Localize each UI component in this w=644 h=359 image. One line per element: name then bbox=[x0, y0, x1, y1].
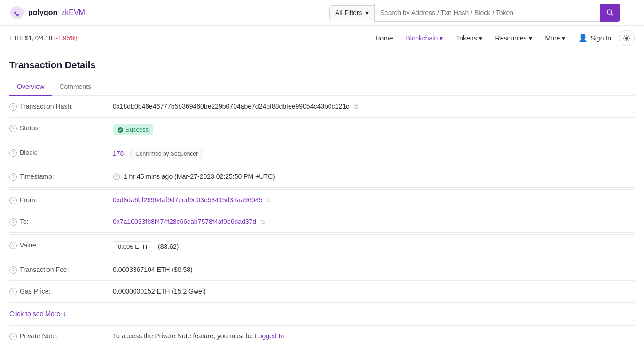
nav-more[interactable]: More ▾ bbox=[540, 31, 571, 46]
block-value: 178 Confirmed by Sequencer bbox=[113, 142, 635, 166]
svg-line-11 bbox=[624, 40, 625, 40]
help-icon[interactable]: ? bbox=[9, 242, 17, 249]
help-icon[interactable]: ? bbox=[9, 266, 17, 274]
nav-blockchain[interactable]: Blockchain ▾ bbox=[401, 31, 449, 46]
search-icon bbox=[606, 9, 614, 16]
transaction-hash-row: ? Transaction Hash: 0x18db0b46e46777b5b3… bbox=[9, 96, 635, 118]
search-input[interactable] bbox=[374, 4, 600, 22]
status-value: Success bbox=[113, 118, 635, 142]
eth-price: ETH: $1,724.18 (-1.95%) bbox=[9, 34, 78, 41]
to-value: 0x7a10033fb8f474f28c66cab7578f4af9e6dad3… bbox=[113, 211, 635, 232]
status-badge: Success bbox=[113, 124, 153, 135]
page-content: Transaction Details Overview Comments ? … bbox=[0, 50, 644, 357]
tabs: Overview Comments bbox=[9, 78, 635, 96]
logged-in-link[interactable]: Logged In bbox=[255, 332, 284, 340]
gas-value: 0.0000000152 ETH (15.2 Gwei) bbox=[113, 281, 635, 302]
logo[interactable]: polygon zkEVM bbox=[9, 5, 85, 20]
svg-line-9 bbox=[628, 40, 629, 40]
to-address-link[interactable]: 0x7a10033fb8f474f28c66cab7578f4af9e6dad3… bbox=[113, 218, 258, 225]
chevron-down-icon: ▾ bbox=[365, 9, 369, 16]
hash-label: ? Transaction Hash: bbox=[9, 96, 113, 117]
private-note-label: ? Private Note: bbox=[9, 326, 113, 347]
block-link[interactable]: 178 bbox=[113, 150, 126, 157]
chevron-down-icon: ▾ bbox=[479, 34, 482, 42]
block-label: ? Block: bbox=[9, 142, 113, 166]
hash-value: 0x18db0b46e46777b5b369460be229b0704abe7d… bbox=[113, 96, 635, 117]
user-icon: 👤 bbox=[578, 33, 588, 42]
eth-change: (-1.95%) bbox=[54, 34, 78, 41]
svg-line-10 bbox=[628, 35, 629, 36]
status-label: ? Status: bbox=[9, 118, 113, 142]
timestamp-row: ? Timestamp: 🕐 1 hr 45 mins ago (Mar-27-… bbox=[9, 166, 635, 188]
fee-row: ? Transaction Fee: 0.0003367104 ETH ($0.… bbox=[9, 259, 635, 281]
gas-label: ? Gas Price: bbox=[9, 281, 113, 302]
help-icon[interactable]: ? bbox=[9, 103, 17, 111]
copy-to-button[interactable]: ⧉ bbox=[261, 218, 265, 226]
svg-point-3 bbox=[625, 37, 628, 40]
help-icon[interactable]: ? bbox=[9, 333, 17, 340]
fee-label: ? Transaction Fee: bbox=[9, 259, 113, 280]
fee-value: 0.0003367104 ETH ($0.58) bbox=[113, 259, 635, 280]
from-address-link[interactable]: 0xd8da6bf26964af9d7eed9e03e53415d37aa960… bbox=[113, 196, 264, 204]
help-icon[interactable]: ? bbox=[9, 197, 17, 204]
help-icon[interactable]: ? bbox=[9, 218, 17, 226]
to-row: ? To: 0x7a10033fb8f474f28c66cab7578f4af9… bbox=[9, 211, 635, 233]
help-icon[interactable]: ? bbox=[9, 288, 17, 295]
product-name: zkEVM bbox=[61, 8, 85, 17]
eth-label: ETH: bbox=[9, 34, 24, 41]
block-row: ? Block: 178 Confirmed by Sequencer bbox=[9, 142, 635, 166]
help-icon[interactable]: ? bbox=[9, 173, 17, 181]
value-label: ? Value: bbox=[9, 235, 113, 259]
page-title: Transaction Details bbox=[9, 60, 635, 71]
help-icon[interactable]: ? bbox=[9, 149, 17, 157]
from-value: 0xd8da6bf26964af9d7eed9e03e53415d37aa960… bbox=[113, 190, 635, 211]
check-icon bbox=[118, 127, 123, 133]
filter-label: All Filters bbox=[335, 9, 362, 16]
svg-point-1 bbox=[607, 10, 612, 14]
click-more-button[interactable]: Click to see More ↓ bbox=[9, 303, 635, 325]
polygon-logo-icon bbox=[9, 5, 24, 20]
help-icon[interactable]: ? bbox=[9, 125, 17, 132]
to-label: ? To: bbox=[9, 211, 113, 232]
svg-point-0 bbox=[10, 6, 24, 19]
filter-dropdown[interactable]: All Filters ▾ bbox=[329, 5, 374, 20]
eth-amount-box: 0.005 ETH bbox=[113, 241, 152, 252]
svg-line-2 bbox=[611, 14, 613, 16]
value-value: 0.005 ETH ($8.62) bbox=[113, 235, 635, 259]
nav-tokens[interactable]: Tokens ▾ bbox=[450, 31, 487, 46]
nav-bar: ETH: $1,724.18 (-1.95%) Home Blockchain … bbox=[0, 26, 644, 50]
brand-name: polygon bbox=[28, 8, 57, 17]
svg-line-8 bbox=[624, 35, 625, 36]
timestamp-value: 🕐 1 hr 45 mins ago (Mar-27-2023 02:25:50… bbox=[113, 166, 635, 187]
nav-sign-in[interactable]: 👤 Sign In bbox=[573, 30, 617, 46]
chevron-down-icon: ▾ bbox=[440, 34, 443, 42]
usd-value: ($8.62) bbox=[158, 243, 179, 250]
theme-icon bbox=[623, 34, 630, 42]
tab-comments[interactable]: Comments bbox=[52, 78, 99, 96]
from-label: ? From: bbox=[9, 190, 113, 211]
eth-value: $1,724.18 bbox=[25, 34, 52, 41]
timestamp-label: ? Timestamp: bbox=[9, 166, 113, 187]
value-row: ? Value: 0.005 ETH ($8.62) bbox=[9, 235, 635, 259]
search-input-wrap bbox=[374, 4, 600, 22]
arrow-down-icon: ↓ bbox=[63, 310, 66, 318]
search-area: All Filters ▾ bbox=[329, 4, 620, 22]
copy-hash-button[interactable]: ⧉ bbox=[354, 103, 358, 111]
nav-resources[interactable]: Resources ▾ bbox=[490, 31, 538, 46]
gas-row: ? Gas Price: 0.0000000152 ETH (15.2 Gwei… bbox=[9, 281, 635, 303]
private-note-value: To access the Private Note feature, you … bbox=[113, 326, 635, 347]
sequencer-badge: Confirmed by Sequencer bbox=[130, 149, 203, 159]
chevron-down-icon: ▾ bbox=[529, 34, 532, 42]
header: polygon zkEVM All Filters ▾ bbox=[0, 0, 644, 26]
private-note-row: ? Private Note: To access the Private No… bbox=[9, 326, 635, 347]
transaction-details: ? Transaction Hash: 0x18db0b46e46777b5b3… bbox=[9, 96, 635, 347]
theme-toggle-button[interactable] bbox=[619, 30, 635, 46]
search-button[interactable] bbox=[600, 4, 620, 22]
chevron-down-icon: ▾ bbox=[562, 34, 565, 42]
clock-icon: 🕐 bbox=[113, 173, 120, 180]
copy-from-button[interactable]: ⧉ bbox=[267, 197, 271, 204]
nav-home[interactable]: Home bbox=[369, 31, 398, 46]
from-row: ? From: 0xd8da6bf26964af9d7eed9e03e53415… bbox=[9, 190, 635, 211]
status-row: ? Status: Success bbox=[9, 118, 635, 142]
tab-overview[interactable]: Overview bbox=[9, 78, 52, 96]
